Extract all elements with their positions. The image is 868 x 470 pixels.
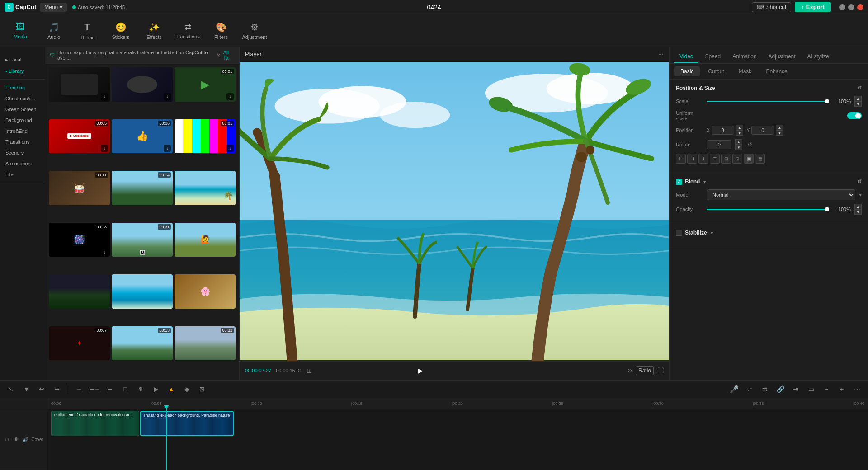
tab-adjustment[interactable]: Adjustment	[763, 51, 801, 63]
audio-track-button[interactable]: 🔊	[22, 433, 28, 446]
align-right-button[interactable]: ⊥	[698, 154, 708, 164]
sidebar-item-trending[interactable]: Trending	[2, 82, 43, 93]
rotate-down[interactable]: ▼	[735, 145, 742, 150]
tool-audio[interactable]: 🎵 Audio	[38, 16, 70, 45]
position-size-reset[interactable]: ↺	[857, 85, 862, 91]
download-icon-testpattern[interactable]: ↓	[226, 145, 234, 152]
all-tag[interactable]: All Ta	[223, 50, 235, 61]
uniform-scale-toggle[interactable]	[847, 112, 862, 119]
subtab-cutout[interactable]: Cutout	[702, 66, 730, 76]
clip-parliament[interactable]: Parliament of Canada under renovation an…	[51, 411, 139, 436]
download-icon-1[interactable]: ↓	[101, 93, 108, 100]
split-start-button[interactable]: ⊣	[73, 383, 85, 395]
sidebar-item-atmosphere[interactable]: Atmosphere	[2, 158, 43, 169]
mute-track-button[interactable]: 👁	[13, 433, 19, 446]
media-thumb-2[interactable]: ↓	[112, 67, 173, 102]
rotate-spinners[interactable]: ▲ ▼	[735, 139, 742, 150]
media-thumb-3[interactable]: ▶ 00:01 ↓	[175, 67, 236, 102]
position-y-down[interactable]: ▼	[776, 130, 783, 136]
minimize-button[interactable]	[839, 4, 845, 10]
link-button[interactable]: 🔗	[774, 383, 787, 395]
tab-speed[interactable]: Speed	[699, 51, 726, 63]
sidebar-item-christmas[interactable]: Christmas&...	[2, 93, 43, 104]
blend-reset[interactable]: ↺	[857, 179, 862, 185]
export-button[interactable]: ↑ Export	[795, 2, 831, 12]
opacity-down[interactable]: ▼	[854, 209, 862, 215]
sidebar-item-scenery[interactable]: Scenery	[2, 147, 43, 158]
align-top-button[interactable]: ⊤	[710, 154, 720, 164]
tab-ai-stylize[interactable]: AI stylize	[802, 51, 835, 63]
play-button[interactable]: ▶	[415, 364, 427, 377]
play-tl-button[interactable]: ▶	[150, 383, 162, 395]
stamp-button[interactable]: ◆	[180, 383, 193, 395]
media-thumb-landscape[interactable]: 00:13	[112, 326, 173, 361]
menu-button[interactable]: Menu ▾	[40, 3, 67, 12]
align-center-v-button[interactable]: ⊞	[721, 154, 731, 164]
tl-dropdown-button[interactable]: ▾	[20, 383, 33, 395]
tool-filters[interactable]: 🎨 Filters	[205, 16, 237, 45]
media-thumb-red-fireworks[interactable]: ✦ 00:07	[49, 326, 110, 361]
undo-button[interactable]: ↩	[35, 383, 48, 395]
ratio-button[interactable]: Ratio	[636, 366, 654, 375]
clip-thailand[interactable]: Thailand 4k beach background. Paradise n…	[140, 411, 234, 436]
split-audio-button[interactable]: ⇌	[743, 383, 756, 395]
rotate-up[interactable]: ▲	[735, 139, 742, 145]
opacity-spinners[interactable]: ▲ ▼	[854, 204, 862, 215]
media-thumb-ocean[interactable]	[112, 274, 173, 309]
shortcut-button[interactable]: ⌨ Shortcut	[752, 2, 792, 12]
maximize-button[interactable]	[848, 4, 854, 10]
tab-animation[interactable]: Animation	[727, 51, 762, 63]
notice-close-button[interactable]: ✕	[217, 52, 221, 58]
lock-track-button[interactable]: □	[4, 433, 10, 446]
align-center-h-button[interactable]: ⊣	[687, 154, 697, 164]
redo-button[interactable]: ↪	[51, 383, 63, 395]
media-thumb-thumbup[interactable]: 👍 00:06 ↓	[112, 119, 173, 154]
position-x-spinners[interactable]: ▲ ▼	[736, 125, 743, 136]
media-thumb-flowers[interactable]: 🌸	[175, 274, 236, 309]
crop-button[interactable]: □	[119, 383, 132, 395]
split-end-button[interactable]: ⊢	[104, 383, 116, 395]
media-thumb-women[interactable]: 🙋	[175, 223, 236, 257]
sidebar-item-life[interactable]: Life	[2, 169, 43, 180]
close-button[interactable]	[857, 4, 863, 10]
tool-media[interactable]: 🖼 Media	[5, 16, 36, 45]
align-extra2-button[interactable]: ▤	[755, 154, 765, 164]
position-y-input[interactable]	[751, 126, 774, 135]
opacity-up[interactable]: ▲	[854, 204, 862, 209]
subtitle-button[interactable]: ▭	[805, 383, 817, 395]
download-icon-thumbup[interactable]: ↓	[164, 145, 171, 152]
scale-spinners[interactable]: ▲ ▼	[854, 96, 862, 107]
tool-effects[interactable]: ✨ Effects	[138, 16, 170, 45]
align-extra1-button[interactable]: ▣	[744, 154, 754, 164]
sidebar-item-intro-end[interactable]: Intro&End	[2, 126, 43, 136]
rotate-input[interactable]	[707, 140, 731, 149]
media-thumb-drums[interactable]: 🥁 00:11	[49, 171, 110, 205]
position-x-up[interactable]: ▲	[736, 125, 743, 130]
crop-tl-button[interactable]: ⊠	[196, 383, 208, 395]
mic-button[interactable]: 🎤	[728, 383, 741, 395]
subtab-enhance[interactable]: Enhance	[760, 66, 793, 76]
download-icon-subscribe[interactable]: ↓	[101, 145, 108, 152]
fit-frame-button[interactable]: ⊙	[627, 367, 632, 374]
media-thumb-landscape2[interactable]: 00:32	[175, 326, 236, 361]
split-button[interactable]: ⊢⊣	[88, 383, 101, 395]
download-icon-fireworks[interactable]: ↓	[101, 248, 108, 255]
more-options-button[interactable]: ⋯	[851, 383, 863, 395]
playhead[interactable]	[166, 409, 167, 470]
subtab-basic[interactable]: Basic	[674, 66, 700, 76]
blend-expand-icon[interactable]: ▾	[703, 179, 706, 184]
align-bottom-button[interactable]: ⊡	[732, 154, 742, 164]
tool-adjustment[interactable]: ⚙ Adjustment	[239, 16, 270, 45]
scale-up[interactable]: ▲	[854, 96, 862, 101]
position-y-spinners[interactable]: ▲ ▼	[776, 125, 783, 136]
media-thumb-subscribe[interactable]: ▶ Subscribe 00:05 ↓	[49, 119, 110, 154]
split-video-button[interactable]: ⇉	[759, 383, 771, 395]
tool-text[interactable]: T TI Text	[71, 16, 103, 45]
position-y-up[interactable]: ▲	[776, 125, 783, 130]
rotate-reset-button[interactable]: ↺	[748, 141, 752, 148]
unlink-button[interactable]: ⇥	[789, 383, 802, 395]
position-x-input[interactable]	[712, 126, 734, 135]
sidebar-item-local[interactable]: ▸ Local	[2, 54, 43, 66]
media-thumb-group[interactable]: 👨‍👩‍👧 00:31	[112, 223, 173, 257]
grid-view-button[interactable]: ⊞	[307, 367, 312, 374]
